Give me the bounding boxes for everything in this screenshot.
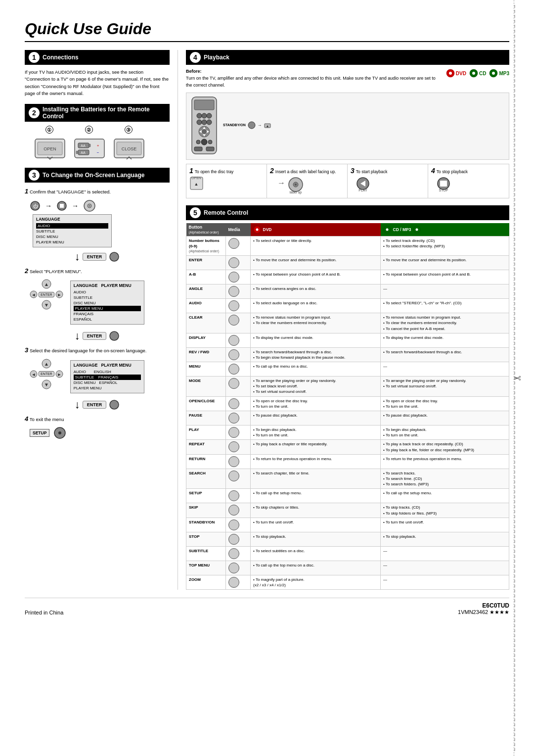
remote-table-row: SEARCH• To search chapter, title or time… xyxy=(186,469,509,489)
remote-btn-cell: SETUP xyxy=(186,489,226,503)
remote-table-row: SUBTITLE• To select subtitles on a disc.… xyxy=(186,546,509,561)
batteries-title: Installing the Batteries for the Remote … xyxy=(43,106,166,120)
remote-btn-cell: ZOOM xyxy=(186,575,226,589)
mp3-icon-header xyxy=(413,226,421,234)
remote-media-cell xyxy=(226,270,251,284)
remote-media-cell xyxy=(226,411,251,425)
remote-media-cell xyxy=(226,454,251,469)
svg-point-48 xyxy=(492,72,495,75)
svg-text:label up: label up xyxy=(290,190,302,194)
disc-step2: 2 Insert a disc with label facing up. → … xyxy=(267,164,348,198)
page: ✂ Quick Use Guide 1 Connections If your … xyxy=(0,0,534,756)
remote-table-row: DISPLAY• To display the current disc mod… xyxy=(186,333,509,347)
enter-btn3-icon xyxy=(109,399,120,410)
remote-dvd-cell: • To return to the previous operation in… xyxy=(251,454,381,469)
s3i4: PLAYER MENU xyxy=(74,385,141,391)
remote-cd-cell: • To display the current disc mode. xyxy=(381,333,509,347)
disc-steps: 1 To open the disc tray ▲ OPEN 2 Insert … xyxy=(186,164,509,198)
svg-text:►: ► xyxy=(57,292,61,297)
before-label: Before: xyxy=(186,69,440,74)
svg-rect-66 xyxy=(194,147,202,151)
remote-dvd-cell: • To remove status number in program inp… xyxy=(251,313,381,333)
remote-cd-cell: — xyxy=(381,362,509,377)
remote-dvd-cell: • To call up the menu on a disc. xyxy=(251,362,381,377)
svg-rect-18 xyxy=(60,204,64,208)
left-btn2-icon: ◄ xyxy=(30,370,38,378)
svg-text:AA: AA xyxy=(81,151,86,154)
lang-step1-text: 1 Confirm that "LANGUAGE" is selected. xyxy=(25,187,170,196)
svg-rect-67 xyxy=(206,147,214,151)
remote-cd-cell: • To pause disc playback. xyxy=(381,411,509,425)
arrow-down-2: ↓ ENTER xyxy=(25,330,170,342)
svg-text:+: + xyxy=(97,143,99,148)
remote-btn-cell: DISPLAY xyxy=(186,333,226,347)
disc-step1-svg: ▲ OPEN xyxy=(189,175,219,192)
svg-text:⏻: ⏻ xyxy=(33,204,38,209)
remote-media-cell xyxy=(226,440,251,454)
remote-media-cell xyxy=(226,546,251,561)
remote-cd-cell: • To arrange the playing order or play r… xyxy=(381,377,509,397)
remote-dvd-cell: • To call up the top menu on a disc. xyxy=(251,561,381,575)
svg-point-55 xyxy=(202,120,207,125)
col-cd-header: CD / MP3 xyxy=(381,223,509,236)
standby-small-icon xyxy=(248,121,256,129)
remote-cd-cell: • To skip tracks. (CD)• To skip folders … xyxy=(381,503,509,518)
print-info: Printed in China xyxy=(25,610,63,615)
remote-dvd-cell: • To pause disc playback. xyxy=(251,411,381,425)
remote-media-cell xyxy=(226,362,251,377)
s2i6: ESPAÑOL xyxy=(74,317,141,322)
remote-btn-cell: MODE xyxy=(186,377,226,397)
svg-point-46 xyxy=(472,72,475,75)
remote-btn-cell: REV / FWD xyxy=(186,347,226,362)
before-block: Before: Turn on the TV, amplifier and an… xyxy=(186,69,440,89)
remote-cd-cell: • To select track directly. (CD)• To sel… xyxy=(381,236,509,256)
right-column: 4 Playback Before: Turn on the TV, ampli… xyxy=(178,50,509,590)
svg-point-21 xyxy=(89,205,90,206)
connections-header: 1 Connections xyxy=(25,50,170,65)
remote-table-row: PLAY• To begin disc playback.• To turn o… xyxy=(186,425,509,440)
battery-step2-img: AA AA + − xyxy=(72,135,107,161)
remote-table-row: ANGLE• To select camera angles on a disc… xyxy=(186,284,509,299)
standby-btn-icon: ⏻ xyxy=(30,200,41,211)
lang-step4: 4 To exit the menu SETUP xyxy=(25,414,170,440)
svg-text:▼: ▼ xyxy=(44,382,49,387)
remote-table-row: AUDIO• To select audio language on a dis… xyxy=(186,299,509,313)
remote-btn-cell: AUDIO xyxy=(186,299,226,313)
remote-media-cell xyxy=(226,256,251,270)
col-media-header: Media xyxy=(226,223,251,236)
remote-btn-cell: TOP MENU xyxy=(186,561,226,575)
remote-cd-cell: — xyxy=(381,284,509,299)
svg-point-64 xyxy=(201,139,207,145)
remote-media-cell xyxy=(226,396,251,411)
svg-point-54 xyxy=(197,120,202,125)
disc-step4-svg: STOP xyxy=(431,175,456,192)
svg-point-56 xyxy=(207,120,212,125)
remote-table-row: ZOOM• To magnify part of a picture.(x2 /… xyxy=(186,575,509,589)
mp3-badge: MP3 xyxy=(489,69,509,78)
remote-cd-cell: • To search tracks.• To search time. (CD… xyxy=(381,469,509,489)
remote-media-cell xyxy=(226,313,251,333)
remote-dvd-cell: • To open or close the disc tray.• To tu… xyxy=(251,396,381,411)
playback-diagram: STANDBY/ON → ▲ xyxy=(186,93,509,160)
remote-btn-cell: PLAY xyxy=(186,425,226,440)
remote-dvd-cell: • To select chapter or title directly. xyxy=(251,236,381,256)
svg-text:◄: ◄ xyxy=(32,372,36,377)
remote-media-cell xyxy=(226,532,251,546)
dvd-badge: DVD xyxy=(446,69,466,78)
s2i1: AUDIO xyxy=(74,289,141,295)
svg-text:▲: ▲ xyxy=(194,182,199,187)
language-header: 3 To Change the On-Screen Language xyxy=(25,168,170,183)
remote-cd-cell: — xyxy=(381,561,509,575)
svg-text:▲: ▲ xyxy=(44,361,49,367)
svg-point-77 xyxy=(295,184,297,186)
remote-dvd-cell: • To search chapter, title or time. xyxy=(251,469,381,489)
svg-text:►: ► xyxy=(57,372,61,377)
svg-point-65 xyxy=(208,140,212,144)
lang-screen1: LANGUAGE AUDIO SUBTITLE DISC MENU PLAYER… xyxy=(29,214,166,247)
svg-point-90 xyxy=(416,229,418,231)
col-button-header: Button (Alphabetical order) xyxy=(186,223,226,236)
remote-cd-cell: • To stop playback. xyxy=(381,532,509,546)
screen3-title: LANGUAGE PLAYER MENU xyxy=(74,363,141,368)
remote-dvd-cell: • To arrange the playing order or play r… xyxy=(251,377,381,397)
remote-dvd-cell: • To move the cursor and determine its p… xyxy=(251,256,381,270)
